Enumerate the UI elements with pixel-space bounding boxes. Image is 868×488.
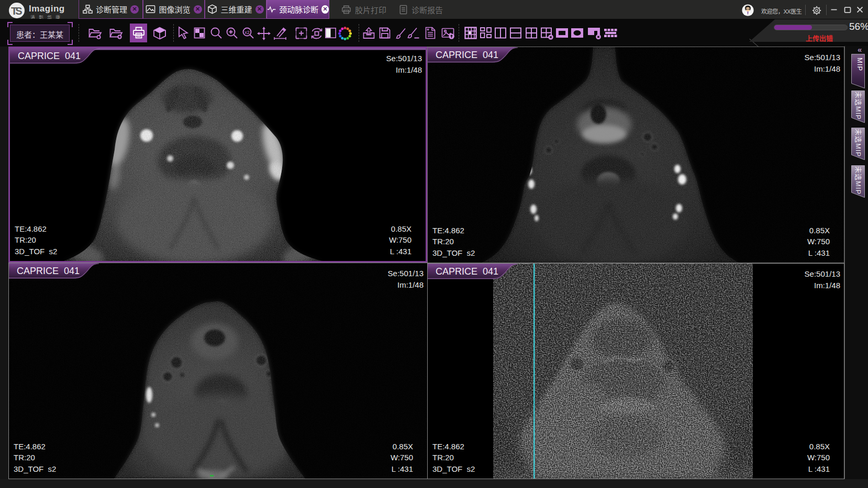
svg-text:x2: x2 [244,30,250,35]
